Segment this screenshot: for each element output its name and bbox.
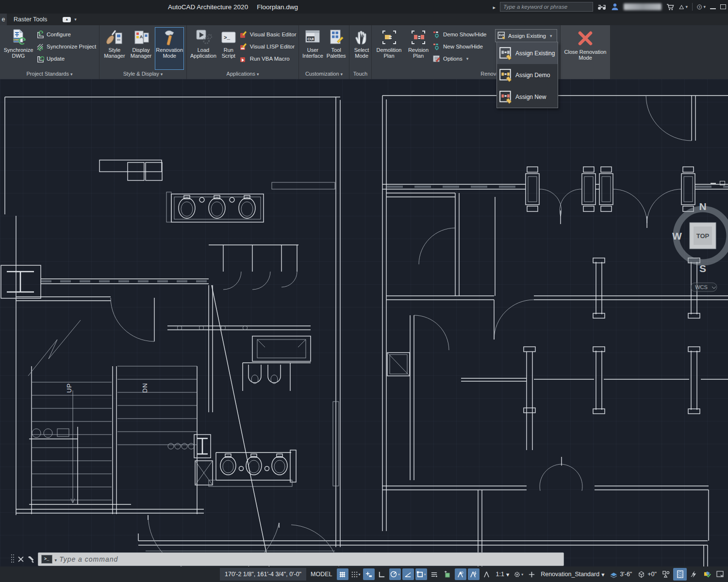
menu-item-assign-existing[interactable]: Assign Existing [497,42,558,64]
visual-lisp-editor-button[interactable]: Visual LISP Editor [240,41,297,52]
load-application-button[interactable]: Load Application [189,27,217,70]
viewcube[interactable]: N W S TOP WCS [672,195,728,297]
command-grip-handle[interactable] [11,554,15,565]
scale-value-label: 1:1 [496,571,504,578]
synchronize-project-button[interactable]: Synchronize Project [36,41,96,52]
add-cleanup-plus-button[interactable] [526,568,537,580]
assign-existing-split-button[interactable]: Assign Existing [495,29,557,42]
user-interface-button[interactable]: CUI User Interface [301,27,324,70]
panel-label-applications[interactable]: Applications [187,70,298,79]
performance-tuner-button[interactable] [688,568,700,580]
signin-user-icon[interactable] [611,2,619,11]
search-expand-icon[interactable] [493,3,496,11]
update-button[interactable]: Update [36,53,96,64]
assign-demo-menu-icon [499,68,513,82]
options-icon [433,55,441,63]
run-script-label: Run Script [220,47,237,59]
panel-label-customization[interactable]: Customization [299,70,349,79]
polar-tracking-toggle[interactable]: ▾ [389,568,401,580]
annotation-scale-icon[interactable] [481,568,493,580]
renovation-mode-button[interactable]: Renovation Mode [155,27,184,70]
wcs-label: WCS [695,284,708,290]
synchronize-project-icon [36,43,44,51]
object-snap-toggle[interactable]: ▾ [415,568,427,580]
annotation-monitor-toggle[interactable] [442,568,453,580]
cut-plane-control[interactable]: 3'-6" [608,568,634,581]
annotation-visibility-toggle[interactable] [455,568,466,580]
viewcube-west[interactable]: W [672,230,682,242]
new-showhide-label: New Show/Hide [443,44,483,49]
display-configuration-dropdown[interactable]: Renovation_Standard▾ [539,568,606,581]
search-input[interactable]: Type a keyword or phrase [500,2,593,12]
drawing-canvas[interactable]: UP DN [0,79,728,582]
viewcube-north[interactable]: N [699,201,706,212]
demo-showhide-button[interactable]: Demo Show/Hide [433,29,494,40]
command-close-icon[interactable] [17,556,24,563]
clean-screen-button[interactable] [714,568,726,580]
new-showhide-button[interactable]: New Show/Hide [433,41,494,52]
coordinates-readout[interactable]: 170'-2 1/8", 161'-4 3/4", 0'-0" [220,568,306,581]
annotation-scale-value[interactable]: 1:1▾ [494,568,512,581]
panel-label-style-display[interactable]: Style & Display [99,70,186,79]
style-manager-button[interactable]: Style Manager [102,27,127,70]
command-history-arrow[interactable] [55,555,57,564]
viewport-restore-icon[interactable] [720,181,725,185]
configure-label: Configure [47,32,71,37]
cut-plane-icon [610,571,618,578]
svg-text:>_: >_ [224,35,231,41]
model-space-button[interactable]: MODEL [308,568,335,581]
visual-basic-editor-button[interactable]: Visual Basic Editor [240,29,297,40]
account-name-dropdown[interactable] [624,3,662,10]
help-icon[interactable]: ? [697,2,706,11]
options-button[interactable]: Options [433,53,494,64]
ribbon-empty-area [611,25,728,79]
run-script-button[interactable]: >_ Run Script [219,27,238,70]
grid-display-toggle[interactable] [337,568,348,580]
hardware-acceleration-toggle[interactable] [673,568,687,581]
object-snap-tracking-toggle[interactable] [429,568,440,580]
ortho-mode-toggle[interactable] [376,568,388,580]
customization-gear-button[interactable]: ▾ [513,568,524,580]
ribbon-display-toggle[interactable] [63,17,77,22]
snap-mode-toggle[interactable]: ▾ [350,568,362,580]
panel-label-project-standards[interactable]: Project Standards [0,70,99,79]
display-manager-button[interactable]: A Display Manager [129,27,154,70]
run-vba-macro-button[interactable]: Run VBA Macro [240,53,297,64]
tool-palettes-label: Tool Palettes [327,47,346,59]
annotation-autoscale-toggle[interactable] [468,568,480,580]
run-vba-macro-icon [240,55,248,63]
command-input[interactable]: >_ Type a command [38,552,564,566]
menu-item-assign-demo[interactable]: Assign Demo [497,64,558,86]
elevation-control[interactable]: +0" [635,568,659,581]
titlebar-divider [692,3,693,11]
demolition-plan-button[interactable]: Demolition Plan [374,27,404,70]
ribbon-toggle-icon [63,17,71,22]
app-store-cart-icon[interactable] [666,2,675,11]
command-wrench-icon[interactable] [27,555,35,563]
command-placeholder: Type a command [59,555,118,563]
command-prompt-icon[interactable]: >_ [41,555,52,564]
viewport-minimize-icon[interactable] [711,183,716,184]
display-manager-icon: A [132,29,150,46]
revision-plan-button[interactable]: Revision Plan [405,27,431,70]
window-minimize-button[interactable] [710,8,716,9]
synchronize-dwg-button[interactable]: DWG Synchronize DWG [2,27,34,70]
isolate-objects-button[interactable] [660,568,672,580]
isometric-drafting-toggle[interactable] [402,568,414,580]
configure-button[interactable]: Configure [36,29,96,40]
viewcube-south[interactable]: S [699,263,706,274]
tool-palettes-button[interactable]: Tool Palettes [326,27,347,70]
close-renovation-mode-button[interactable]: Close Renovation Mode [563,27,608,79]
autodesk-apps-icon[interactable] [679,2,688,11]
select-mode-button[interactable]: Select Mode [352,27,371,70]
graphics-check-button[interactable] [701,568,713,580]
search-binoculars-icon[interactable] [597,2,606,11]
new-showhide-icon [433,43,441,50]
sync-dwg-label: Synchronize DWG [3,47,33,59]
dynamic-input-toggle[interactable] [363,568,375,580]
synchronize-project-label: Synchronize Project [47,44,96,49]
ribbon-tab-raster-tools[interactable]: Raster Tools [7,14,54,25]
menu-item-assign-new[interactable]: Assign New [497,86,558,108]
ribbon-tab-partial[interactable]: e [0,14,7,25]
window-restore-button[interactable] [720,4,726,9]
